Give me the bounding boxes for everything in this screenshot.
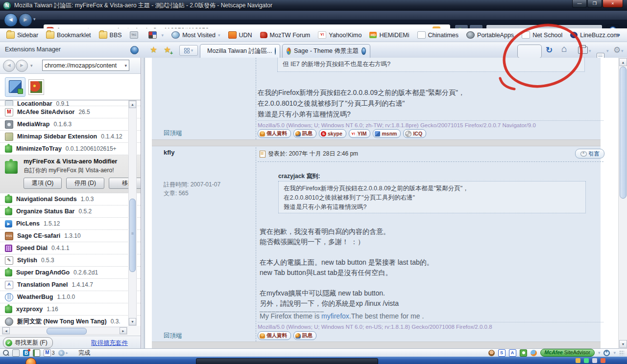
sidebar-vertical-scrollbar[interactable]: ▲ ▼ [128,100,137,326]
tab-close-icon[interactable] [275,47,276,55]
tab-sage-theme[interactable]: Sage - Theme 佈景主題 [282,44,370,58]
extension-list-item[interactable]: Navigational Sounds 1.0.3 [0,193,141,205]
profile-button[interactable]: 訊息 [293,331,316,340]
scroll-left-icon[interactable]: ◄ [2,327,10,334]
bookmark-item[interactable]: ▾ [145,30,168,40]
extension-list-item[interactable]: Super DragAndGo 0.2.6.2d1 [0,267,141,279]
b-extension-icon[interactable] [23,350,29,356]
sidebar-history-dropdown-icon[interactable]: ▾ [30,63,33,68]
tray-icon[interactable] [601,358,605,363]
add-bookmark-star-icon[interactable]: ★ [164,45,171,55]
bookmark-item[interactable] [126,30,144,40]
history-dropdown-icon[interactable]: ▾ [33,17,36,22]
extension-list-item[interactable]: Locationbar 0.9.1 [0,100,141,106]
maximize-button[interactable]: ❐ [587,0,602,8]
mcafee-siteadvisor-badge[interactable]: McAfee SiteAdvisor [540,349,595,357]
scroll-up-icon[interactable]: ▲ [129,101,136,108]
scrollbar-thumb[interactable] [129,199,136,272]
bookmark-item[interactable]: Sidebar [3,30,42,40]
list-all-tabs-button[interactable]: ▾ [179,45,198,56]
profile-button[interactable]: 個人資料 [258,331,291,340]
profile-button[interactable]: ICQ [403,129,426,138]
mcafee-dropdown-icon[interactable]: ▾ [598,350,601,355]
find-updates-button[interactable]: ✔ 尋找更新 (F) [3,337,53,348]
forward-button[interactable]: ► [19,13,32,27]
close-button[interactable]: × [603,0,623,8]
zoom-icon[interactable] [603,350,610,356]
monkey-extension-icon[interactable] [488,350,495,356]
scroll-down-icon[interactable]: ▼ [129,318,136,325]
bookmark-item[interactable]: BBS [96,30,125,40]
scroll-down-icon[interactable]: ▼ [619,340,627,348]
sidebar-forward-button[interactable]: ► [16,60,28,72]
extension-list-item[interactable]: Organize Status Bar 0.5.2 [0,205,141,218]
sidebar-address-combobox[interactable]: chrome://mozapps/content ▾ [42,60,129,71]
themes-category-icon[interactable] [28,79,44,95]
profile-button[interactable]: msnm [373,129,401,138]
extension-list-item[interactable]: Stylish 0.5.3 [0,254,141,267]
extension-list-item[interactable]: 新同文堂 (New Tong Wen Tang) 0.3. [0,316,141,326]
extension-list-item[interactable]: Minimap Sidebar Extension 0.1.4.12 [0,131,141,143]
quote-reply-button[interactable]: ❝ 引言 [575,149,604,159]
bookmark-item[interactable]: PortableApps [463,30,517,40]
extension-action-button[interactable]: 選項 (O) [24,178,62,189]
extension-list-item[interactable]: MinimizeToTray 0.0.1.2006102615+ [0,143,141,155]
extension-action-button[interactable]: 停用 (D) [66,178,104,189]
print-dropdown-icon[interactable]: ▾ [589,48,591,53]
mediawrap-status-icon[interactable] [520,349,527,357]
extension-list-item[interactable]: xyzproxy 1.16 [0,303,141,316]
myfirefox-link[interactable]: myfirefox [321,312,349,320]
bookmark-item[interactable]: Bookmarklet [43,30,94,40]
bookmark-item[interactable]: Net School [518,30,566,40]
profile-button[interactable]: YIM [349,129,371,138]
find-icon[interactable] [3,350,9,356]
notebook-icon[interactable] [33,349,40,357]
extension-list-item[interactable]: WeatherBug 1.1.0.0 [0,291,141,303]
reload-icon[interactable]: ↻ [546,45,553,55]
sidebar-horizontal-scrollbar[interactable]: ◄ ► [2,327,127,335]
gear-dropdown-icon[interactable]: ▾ [621,48,624,53]
bookmarks-overflow-chevron[interactable]: » [617,31,620,38]
taskbar-window-button[interactable] [196,358,378,364]
extension-list-item-selected[interactable]: myFireFox & Vista-aero Modifier 自訂你的 myF… [0,155,141,193]
extensions-category-icon[interactable] [5,77,25,97]
extension-list-item[interactable]: Sage CE-safari 1.3.10 [0,230,141,242]
profile-button[interactable]: skype [319,129,346,138]
post2-author[interactable]: kfly [164,149,174,156]
back-to-top-link[interactable]: 回頂端 [164,332,182,340]
empty-newtab-slot[interactable] [517,45,542,58]
a-extension-icon[interactable] [509,349,516,357]
firefox-status-icon[interactable] [531,350,537,356]
bookmark-item[interactable]: Most Visited ▾ [168,30,223,40]
bookmark-item[interactable]: UDN [225,30,256,40]
scrollbar-thumb[interactable] [620,67,627,199]
back-to-top-link[interactable]: 回頂端 [164,129,182,137]
sidebar-splitter[interactable] [141,58,145,348]
extension-list-item[interactable]: Speed Dial 0.4.1.1 [0,242,141,254]
tab-close-icon[interactable] [362,47,366,55]
sidebar-back-button[interactable]: ◄ [3,60,15,72]
tray-icon[interactable] [592,358,597,363]
tray-icon[interactable] [576,358,580,363]
minimize-button[interactable]: — [572,0,587,8]
scroll-up-icon[interactable]: ▲ [619,58,627,66]
extension-list-item[interactable]: MediaWrap 0.1.6.3 [0,118,141,131]
bookmark-item[interactable]: LineBuzz.com [567,31,622,40]
bookmark-item[interactable]: Yahoo!Kimo [314,30,365,40]
content-scrollbar[interactable]: ▲ ▼ [618,58,627,348]
taskbar-app-icon[interactable] [25,358,36,364]
bookmark-star-icon[interactable]: ★ [150,45,157,55]
gear-icon[interactable]: ⚙ [613,45,621,55]
edit-dropdown-icon[interactable]: ▾ [606,48,609,53]
bookmark-item[interactable]: HEMiDEMi [366,31,412,40]
extension-list-item[interactable]: PicLens 1.5.12 [0,218,141,230]
tab-moztw-forum[interactable]: Mozilla Taiwan 討論區... [200,44,280,58]
resize-grip[interactable] [619,350,624,355]
bookmark-item[interactable]: MozTW Forum [257,31,314,40]
extension-list-item[interactable]: Translation Panel 1.4.14.7 [0,279,141,291]
extension-list-item[interactable]: McAfee SiteAdvisor 26.5 [0,106,141,118]
profile-button[interactable]: 訊息 [293,129,316,138]
scrollbar-thumb[interactable] [47,328,87,335]
zoom-dropdown-icon[interactable]: ▾ [613,350,616,355]
home-icon[interactable]: ⌂ [561,44,567,54]
